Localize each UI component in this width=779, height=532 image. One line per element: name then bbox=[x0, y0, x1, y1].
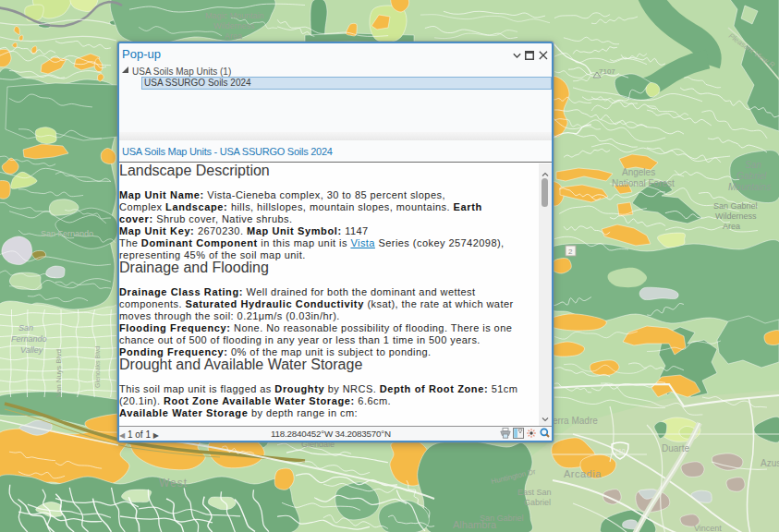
svg-text:Duarte: Duarte bbox=[662, 443, 689, 453]
svg-text:Vincent: Vincent bbox=[694, 524, 722, 532]
svg-text:Van Nuys Blvd: Van Nuys Blvd bbox=[55, 349, 63, 397]
svg-text:San: San bbox=[18, 323, 33, 332]
svg-text:Gabriel: Gabriel bbox=[524, 498, 551, 507]
svg-text:Alhambra: Alhambra bbox=[453, 519, 497, 530]
svg-text:2: 2 bbox=[568, 248, 573, 256]
svg-text:San Gabriel: San Gabriel bbox=[713, 201, 758, 211]
svg-text:Area: Area bbox=[723, 222, 740, 231]
svg-text:Valley: Valley bbox=[20, 345, 43, 355]
svg-text:San Fernando: San Fernando bbox=[41, 229, 93, 238]
svg-text:Arcadia: Arcadia bbox=[564, 468, 602, 479]
svg-text:Glenoaks Blvd: Glenoaks Blvd bbox=[94, 346, 101, 388]
svg-text:Wilderness: Wilderness bbox=[213, 21, 255, 30]
svg-text:210: 210 bbox=[615, 448, 626, 454]
svg-text:Angeles: Angeles bbox=[622, 167, 655, 177]
svg-text:Magic Mountain: Magic Mountain bbox=[205, 11, 264, 20]
svg-text:7107: 7107 bbox=[599, 67, 615, 76]
svg-text:National Forest: National Forest bbox=[612, 178, 675, 188]
svg-text:Gabriel: Gabriel bbox=[736, 171, 767, 181]
svg-text:Fernando: Fernando bbox=[11, 334, 47, 344]
svg-text:Mountains: Mountains bbox=[728, 182, 771, 192]
svg-text:West: West bbox=[159, 477, 188, 490]
svg-text:Azusa: Azusa bbox=[761, 458, 779, 468]
svg-text:San: San bbox=[745, 160, 761, 170]
svg-text:East San: East San bbox=[517, 488, 552, 497]
svg-text:Area: Area bbox=[225, 31, 242, 41]
svg-text:Wilderness: Wilderness bbox=[715, 212, 757, 221]
